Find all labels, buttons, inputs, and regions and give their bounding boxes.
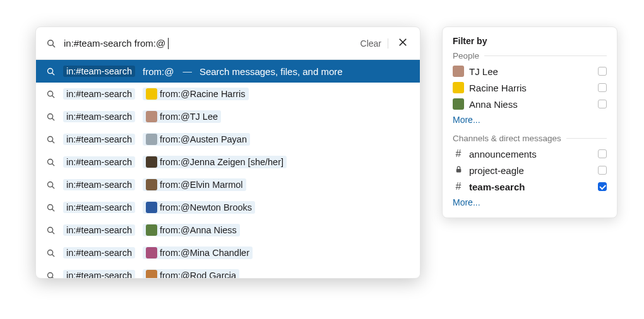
from-chip-text: from:@TJ Lee [160, 112, 218, 122]
svg-point-4 [48, 68, 53, 73]
filter-section-channels-label: Channels & direct messages [453, 134, 607, 143]
search-result-row[interactable]: in:#team-searchfrom:@ — Search messages,… [36, 60, 420, 83]
from-chip: from:@Jenna Zeigen [she/her] [143, 156, 287, 168]
filter-channel-name: announcements [469, 149, 593, 160]
svg-line-13 [52, 163, 54, 165]
from-chip: from:@Mina Chandler [143, 246, 253, 259]
search-icon [46, 180, 56, 190]
close-button[interactable] [396, 35, 410, 51]
filter-person-row[interactable]: Racine Harris [453, 79, 607, 96]
result-hint-separator: — [182, 66, 192, 76]
search-result-row[interactable]: in:#team-searchfrom:@Austen Payan [36, 128, 420, 151]
svg-line-21 [52, 254, 54, 256]
from-chip-text: from:@Mina Chandler [160, 248, 249, 258]
avatar [146, 88, 157, 100]
search-result-row[interactable]: in:#team-searchfrom:@Elvin Marmol [36, 173, 420, 196]
channel-chip: in:#team-search [63, 156, 135, 168]
lock-icon [453, 165, 464, 176]
svg-line-11 [52, 141, 54, 142]
avatar [146, 270, 157, 278]
search-bar: in:#team-search from:@ Clear [36, 27, 420, 60]
filter-checkbox[interactable] [598, 67, 607, 76]
filter-checkbox[interactable] [598, 166, 607, 175]
search-icon [46, 67, 56, 76]
filter-checkbox[interactable] [598, 149, 607, 158]
from-chip-text: from:@Racine Harris [160, 89, 246, 99]
avatar [453, 66, 464, 77]
result-from-text: from:@ [143, 66, 174, 77]
search-result-row[interactable]: in:#team-searchfrom:@Jenna Zeigen [she/h… [36, 151, 420, 173]
avatar [146, 202, 157, 213]
filter-checkbox[interactable] [598, 182, 607, 191]
clear-button[interactable]: Clear [361, 38, 388, 49]
filter-people-list: TJ LeeRacine HarrisAnna Niess [453, 63, 607, 112]
from-chip-text: from:@Austen Payan [160, 134, 247, 144]
avatar [146, 111, 157, 122]
search-icon [46, 203, 56, 212]
avatar [146, 156, 157, 168]
filter-panel: Filter by People TJ LeeRacine HarrisAnna… [442, 26, 617, 218]
svg-line-17 [52, 209, 54, 211]
search-result-row[interactable]: in:#team-searchfrom:@Newton Brooks [36, 196, 420, 219]
channel-chip: in:#team-search [63, 66, 135, 77]
search-result-row[interactable]: in:#team-searchfrom:@Rod Garcia [36, 264, 420, 278]
svg-point-12 [48, 159, 53, 164]
avatar [453, 98, 464, 110]
svg-point-16 [48, 204, 53, 209]
channel-chip: in:#team-search [63, 134, 135, 145]
svg-point-22 [48, 272, 53, 277]
search-panel: in:#team-search from:@ Clear in:#team-se… [35, 26, 420, 279]
svg-rect-24 [456, 169, 461, 172]
hash-icon: # [453, 148, 464, 160]
search-result-row[interactable]: in:#team-searchfrom:@TJ Lee [36, 105, 420, 128]
channel-chip: in:#team-search [63, 270, 135, 278]
from-chip: from:@Newton Brooks [143, 201, 255, 214]
search-input[interactable]: in:#team-search from:@ [64, 38, 353, 49]
filter-channels-list: #announcementsproject-eagle#team-search [453, 146, 607, 195]
from-chip-text: from:@Rod Garcia [160, 270, 236, 278]
filter-person-name: Racine Harris [469, 83, 593, 93]
svg-line-23 [52, 277, 54, 278]
svg-line-19 [52, 231, 54, 233]
filter-person-row[interactable]: Anna Niess [453, 96, 607, 112]
search-result-row[interactable]: in:#team-searchfrom:@Mina Chandler [36, 241, 420, 264]
search-result-row[interactable]: in:#team-searchfrom:@Racine Harris [36, 83, 420, 105]
svg-line-15 [52, 186, 54, 188]
search-icon [46, 38, 56, 49]
filter-channel-row[interactable]: #announcements [453, 146, 607, 162]
channel-chip: in:#team-search [63, 247, 135, 258]
channel-chip: in:#team-search [63, 88, 135, 100]
search-result-row[interactable]: in:#team-searchfrom:@Anna Niess [36, 219, 420, 241]
from-chip-text: from:@Newton Brooks [160, 202, 252, 212]
from-chip-text: from:@Anna Niess [160, 225, 237, 235]
svg-point-10 [48, 136, 53, 141]
from-chip: from:@TJ Lee [143, 110, 221, 123]
from-chip-text: from:@Elvin Marmol [160, 180, 243, 190]
filter-checkbox[interactable] [598, 100, 607, 108]
hash-icon: # [453, 181, 464, 192]
search-icon [46, 158, 56, 167]
filter-channels-more-link[interactable]: More... [453, 197, 480, 207]
svg-point-6 [48, 91, 53, 96]
filter-person-name: TJ Lee [469, 66, 593, 77]
filter-people-more-link[interactable]: More... [453, 115, 480, 125]
svg-line-5 [52, 72, 54, 74]
from-chip: from:@Anna Niess [143, 224, 240, 236]
channel-chip: in:#team-search [63, 224, 135, 236]
from-chip-text: from:@Jenna Zeigen [she/her] [160, 157, 283, 167]
text-cursor [168, 38, 169, 49]
filter-person-row[interactable]: TJ Lee [453, 63, 607, 79]
from-chip: from:@Rod Garcia [143, 269, 239, 278]
from-chip: from:@Austen Payan [143, 133, 250, 146]
filter-channel-row[interactable]: project-eagle [453, 162, 607, 178]
filter-checkbox[interactable] [598, 83, 607, 92]
svg-point-18 [48, 227, 53, 232]
avatar [146, 224, 157, 236]
channel-chip: in:#team-search [63, 179, 135, 190]
svg-line-9 [52, 118, 54, 120]
svg-point-8 [48, 113, 53, 119]
svg-line-7 [52, 95, 54, 97]
search-icon [46, 90, 56, 99]
filter-channel-row[interactable]: #team-search [453, 178, 607, 195]
search-icon [46, 112, 56, 122]
